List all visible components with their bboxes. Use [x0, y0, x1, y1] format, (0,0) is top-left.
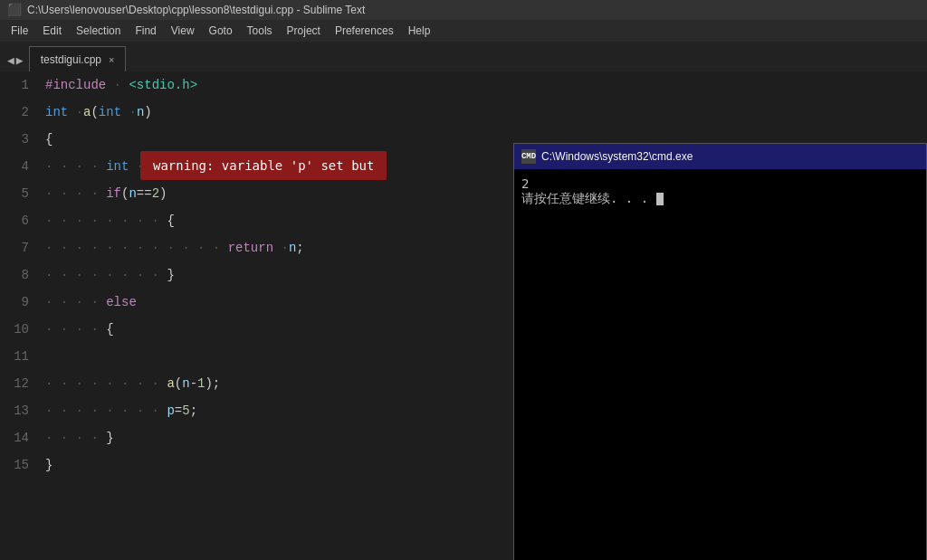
tab-label: testdigui.cpp: [41, 53, 101, 66]
cmd-cursor: [656, 193, 664, 205]
code-line-12: · · · · · · · · a(n-1);: [45, 370, 516, 397]
ln-14: 14: [0, 424, 29, 451]
menu-item-edit[interactable]: Edit: [35, 22, 69, 40]
title-bar: ⬛ C:\Users\lenovouser\Desktop\cpp\lesson…: [0, 0, 927, 20]
menu-item-selection[interactable]: Selection: [69, 22, 128, 40]
menu-item-help[interactable]: Help: [401, 22, 438, 40]
ln-8: 8: [0, 261, 29, 289]
code-line-2: int ·a(int ·n): [45, 99, 516, 126]
cmd-line-2: 请按任意键继续. . .: [521, 191, 919, 207]
menu-item-view[interactable]: View: [164, 22, 202, 40]
ln-7: 7: [0, 234, 29, 261]
cmd-window[interactable]: CMD C:\Windows\system32\cmd.exe 2 请按任意键继…: [513, 143, 927, 560]
code-line-1: #include · <stdio.h>: [45, 71, 516, 99]
cmd-body: 2 请按任意键继续. . .: [514, 169, 926, 560]
nav-arrows[interactable]: ◀ ▶: [7, 53, 29, 71]
code-line-3: {: [45, 126, 516, 153]
menu-item-file[interactable]: File: [4, 22, 35, 40]
code-line-14: · · · · }: [45, 424, 516, 451]
nav-right[interactable]: ▶: [16, 53, 24, 68]
menu-item-project[interactable]: Project: [280, 22, 328, 40]
ln-13: 13: [0, 397, 29, 424]
menu-item-find[interactable]: Find: [128, 22, 163, 40]
cmd-line-1: 2: [521, 176, 919, 191]
code-line-15: }: [45, 451, 516, 479]
ln-1: 1: [0, 71, 29, 99]
code-area[interactable]: #include · <stdio.h> int ·a(int ·n) { · …: [36, 71, 516, 560]
ln-2: 2: [0, 99, 29, 126]
ln-4: 4: [0, 153, 29, 180]
ln-6: 6: [0, 207, 29, 234]
ln-12: 12: [0, 370, 29, 397]
code-line-9: · · · · else: [45, 289, 516, 316]
ln-10: 10: [0, 316, 29, 343]
main-layout: warning: variable 'p' set but 1 2 3 4 5 …: [0, 71, 927, 560]
cmd-title-bar: CMD C:\Windows\system32\cmd.exe: [514, 144, 926, 169]
code-line-10: · · · · {: [45, 316, 516, 343]
cmd-title-text: C:\Windows\system32\cmd.exe: [541, 150, 919, 163]
tab-bar: ◀ ▶ testdigui.cpp ×: [0, 42, 927, 71]
code-line-8: · · · · · · · · }: [45, 261, 516, 289]
code-line-6: · · · · · · · · {: [45, 207, 516, 234]
code-line-7: · · · · · · · · · · · · return ·n;: [45, 234, 516, 261]
editor-container: warning: variable 'p' set but 1 2 3 4 5 …: [0, 71, 516, 560]
app-icon: ⬛: [7, 3, 22, 17]
tab-testdigui[interactable]: testdigui.cpp ×: [29, 46, 127, 71]
warning-tooltip: warning: variable 'p' set but: [140, 151, 387, 180]
menu-bar: FileEditSelectionFindViewGotoToolsProjec…: [0, 20, 927, 42]
editor-body[interactable]: 1 2 3 4 5 6 7 8 9 10 11 12 13 14 15: [0, 71, 516, 560]
menu-item-goto[interactable]: Goto: [202, 22, 240, 40]
cmd-icon: CMD: [521, 149, 536, 164]
nav-left[interactable]: ◀: [7, 53, 14, 68]
ln-5: 5: [0, 180, 29, 207]
code-line-13: · · · · · · · · p=5;: [45, 397, 516, 424]
ln-15: 15: [0, 451, 29, 479]
ln-9: 9: [0, 289, 29, 316]
title-text: C:\Users\lenovouser\Desktop\cpp\lesson8\…: [27, 4, 365, 16]
menu-item-preferences[interactable]: Preferences: [328, 22, 401, 40]
editor-wrapper: warning: variable 'p' set but 1 2 3 4 5 …: [0, 71, 516, 560]
line-numbers: 1 2 3 4 5 6 7 8 9 10 11 12 13 14 15: [0, 71, 36, 560]
ln-11: 11: [0, 343, 29, 370]
tab-close[interactable]: ×: [109, 54, 114, 65]
menu-item-tools[interactable]: Tools: [240, 22, 280, 40]
code-line-5: · · · · if(n==2): [45, 180, 516, 207]
code-line-11: [45, 343, 516, 370]
ln-3: 3: [0, 126, 29, 153]
